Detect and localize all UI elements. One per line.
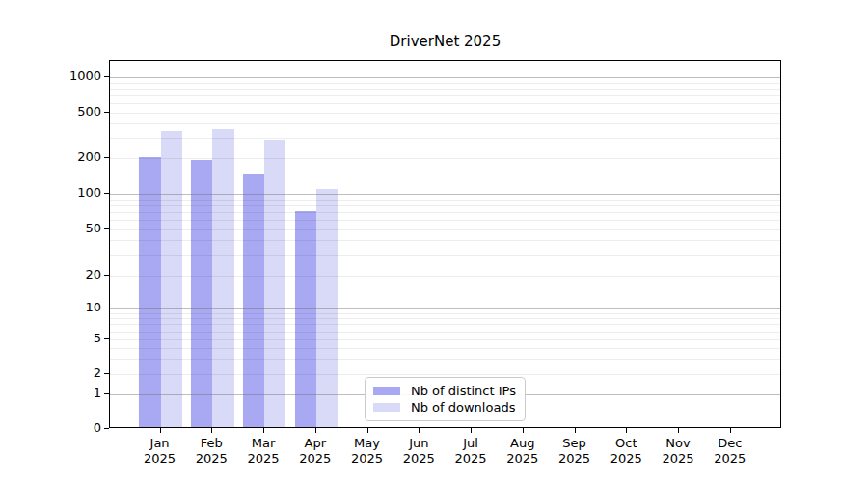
legend-swatch-distinct-ips (373, 387, 400, 395)
y-axis-tick-label: 100 (0, 185, 101, 201)
y-axis-tick-label: 50 (0, 221, 101, 236)
legend-swatch-downloads (373, 403, 400, 412)
legend-label: Nb of distinct IPs (411, 384, 516, 398)
x-axis-tick-mark (315, 428, 316, 433)
y-axis-tick-mark (104, 393, 109, 394)
gridline-minor (110, 113, 780, 114)
y-axis-tick-label: 5 (0, 331, 101, 346)
y-axis-tick-mark (104, 308, 109, 308)
x-axis-tick-mark (626, 428, 627, 433)
x-axis-month: Dec (699, 436, 761, 451)
y-axis-tick-mark (104, 112, 109, 113)
x-axis-tick-mark (160, 428, 161, 433)
gridline-minor (110, 158, 780, 159)
bar-downloads (316, 189, 338, 427)
y-axis-tick-label: 20 (0, 267, 101, 282)
legend-entry-downloads: Nb of downloads (373, 400, 517, 415)
x-axis-year: 2025 (699, 451, 761, 467)
y-axis-tick-label: 1 (0, 386, 101, 401)
x-axis-tick-mark (678, 428, 679, 433)
bar-downloads (161, 131, 182, 427)
y-axis-tick-label: 200 (0, 149, 101, 165)
x-axis-tick-mark (730, 428, 731, 433)
x-axis-tick-mark (575, 428, 576, 433)
x-axis-tick-mark (419, 428, 420, 433)
gridline-minor (110, 83, 780, 84)
y-axis-tick-mark (104, 373, 109, 374)
legend-entry-distinct-ips: Nb of distinct IPs (373, 384, 517, 398)
y-axis-tick-mark (104, 428, 109, 429)
bar-downloads (212, 129, 233, 427)
gridline-minor (110, 103, 780, 104)
y-axis-tick-mark (104, 193, 109, 194)
chart-title: DriverNet 2025 (109, 33, 781, 50)
gridline-minor (110, 123, 780, 124)
chart-figure: DriverNet 2025 01251020501002005001000Ja… (0, 0, 868, 482)
y-axis-tick-mark (104, 157, 109, 158)
plot-area (109, 60, 781, 428)
bar-distinct-ips (139, 157, 160, 427)
legend-label: Nb of downloads (411, 400, 515, 415)
bar-distinct-ips (191, 160, 212, 427)
x-axis-tick-mark (263, 428, 264, 433)
gridline-minor (110, 138, 780, 139)
x-axis-tick-label: Dec2025 (699, 436, 761, 467)
y-axis-tick-mark (104, 76, 109, 77)
bar-downloads (264, 140, 285, 427)
y-axis-tick-label: 500 (0, 104, 101, 120)
legend: Nb of distinct IPsNb of downloads (365, 377, 526, 421)
bar-distinct-ips (295, 211, 316, 427)
y-axis-tick-mark (104, 275, 109, 276)
y-axis-tick-label: 2 (0, 365, 101, 381)
y-axis-tick-mark (104, 338, 109, 339)
x-axis-tick-mark (367, 428, 368, 433)
x-axis-tick-mark (211, 428, 212, 433)
y-axis-tick-label: 0 (0, 420, 101, 436)
gridline-major (110, 77, 780, 78)
bar-distinct-ips (243, 174, 264, 427)
y-axis-tick-label: 10 (0, 300, 101, 315)
x-axis-tick-mark (523, 428, 524, 433)
x-axis-tick-mark (471, 428, 472, 433)
y-axis-tick-label: 1000 (0, 68, 101, 84)
gridline-minor (110, 89, 780, 90)
gridline-minor (110, 95, 780, 96)
y-axis-tick-mark (104, 228, 109, 229)
